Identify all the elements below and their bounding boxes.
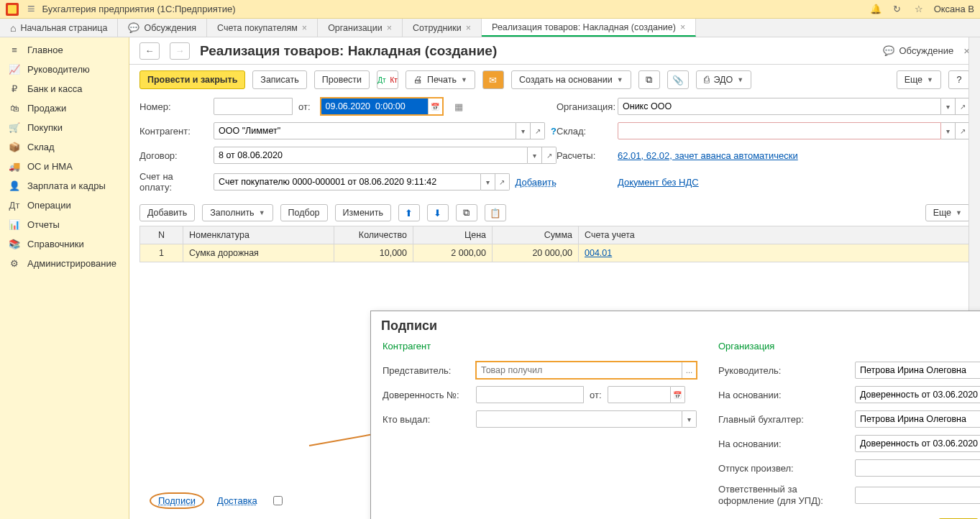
tab-invoices[interactable]: Счета покупателям× <box>207 19 318 37</box>
history-icon[interactable]: ↻ <box>891 4 904 14</box>
date-field[interactable]: 📅 <box>321 98 443 115</box>
edo-button[interactable]: ⎙ЭДО▼ <box>696 70 752 89</box>
print-button[interactable]: 🖨Печать▼ <box>406 70 475 89</box>
tab-discussions[interactable]: 💬Обсуждения <box>118 19 207 37</box>
no-vat-link[interactable]: Документ без НДС <box>618 177 699 188</box>
back-button[interactable]: ← <box>139 42 160 60</box>
tab-doc-active[interactable]: Реализация товаров: Накладная (создание)… <box>482 19 696 37</box>
save-button[interactable]: Записать <box>252 70 306 89</box>
select-button[interactable]: Подбор <box>280 204 328 221</box>
accountant-field[interactable]: ▾ ↗ <box>855 410 980 428</box>
barcode-icon[interactable]: ▦ <box>454 101 463 112</box>
sidebar-item-refs[interactable]: 📚Справочники <box>0 234 129 254</box>
tab-home[interactable]: ⌂Начальная страница <box>0 19 118 37</box>
col-accounts[interactable]: Счета учета <box>579 226 969 244</box>
invoice-field[interactable]: ▾ ↗ <box>214 173 510 190</box>
sidebar-item-manager[interactable]: 📈Руководителю <box>0 60 129 79</box>
chevron-down-icon[interactable]: ▾ <box>516 122 531 139</box>
ellipsis-icon[interactable]: … <box>682 362 697 379</box>
sidebar-item-purchases[interactable]: 🛒Покупки <box>0 118 129 137</box>
mail-button[interactable]: ✉ <box>482 70 504 89</box>
manager-field[interactable]: ▾ ↗ <box>855 362 980 379</box>
col-nomenclature[interactable]: Номенклатура <box>183 226 334 244</box>
post-close-button[interactable]: Провести и закрыть <box>139 70 245 89</box>
open-icon[interactable]: ↗ <box>531 122 545 139</box>
move-up-button[interactable]: ⬆ <box>398 204 420 221</box>
sidebar-item-reports[interactable]: 📊Отчеты <box>0 215 129 234</box>
contragent-field[interactable]: ▾ ↗ <box>214 122 545 139</box>
settlements-link[interactable]: 62.01, 62.02, зачет аванса автоматически <box>618 150 798 161</box>
close-icon[interactable]: × <box>302 23 307 33</box>
user-name[interactable]: Оксана В <box>934 4 974 14</box>
sidebar-item-payroll[interactable]: 👤Зарплата и кадры <box>0 176 129 196</box>
paste-button[interactable]: 📋 <box>485 204 506 221</box>
proxy-date-field[interactable]: 📅 <box>608 386 685 403</box>
delivery-link[interactable]: Доставка <box>217 495 257 506</box>
open-icon[interactable]: ↗ <box>542 147 557 164</box>
number-field[interactable] <box>214 98 293 115</box>
add-invoice-link[interactable]: Добавить <box>516 177 557 188</box>
dt-kt-button[interactable]: ДтКт <box>377 70 398 89</box>
responsible-field[interactable]: ▾ ↗ <box>855 487 980 504</box>
sidebar-item-sales[interactable]: 🛍Продажи <box>0 98 129 118</box>
issuedby-field[interactable]: ▾ <box>476 410 697 428</box>
col-price[interactable]: Цена <box>413 226 493 244</box>
sidebar-item-main[interactable]: ≡Главное <box>0 40 129 60</box>
proxy-number-field[interactable] <box>476 386 584 403</box>
help-button[interactable]: ? <box>948 70 970 89</box>
menu-icon[interactable]: ≡ <box>27 1 35 17</box>
close-icon[interactable]: × <box>387 23 392 33</box>
basis2-field[interactable]: ▾ ↗ <box>855 435 980 452</box>
col-sum[interactable]: Сумма <box>493 226 579 244</box>
contract-field[interactable]: ▾ ↗ <box>214 147 557 164</box>
account-link[interactable]: 004.01 <box>585 248 612 258</box>
more-button[interactable]: Еще▼ <box>897 70 941 89</box>
chevron-down-icon[interactable]: ▾ <box>941 122 956 139</box>
copy-button[interactable]: ⧉ <box>456 204 477 221</box>
sidebar-item-warehouse[interactable]: 📦Склад <box>0 137 129 157</box>
attach-button[interactable]: 📎 <box>667 70 689 89</box>
col-quantity[interactable]: Количество <box>334 226 413 244</box>
tab-employees[interactable]: Сотрудники× <box>403 19 482 37</box>
open-icon[interactable]: ↗ <box>956 98 970 115</box>
sidebar-item-assets[interactable]: 🚚ОС и НМА <box>0 157 129 176</box>
sidebar-item-admin[interactable]: ⚙Администрирование <box>0 254 129 273</box>
add-item-button[interactable]: Добавить <box>139 204 195 221</box>
chevron-down-icon[interactable]: ▾ <box>528 147 542 164</box>
representative-field[interactable]: … <box>476 362 697 379</box>
open-icon[interactable]: ↗ <box>495 173 510 190</box>
sidebar-item-bank[interactable]: ₽Банк и касса <box>0 79 129 98</box>
warehouse-field[interactable]: ▾ ↗ <box>618 122 970 139</box>
link-button[interactable]: ⧉ <box>638 70 660 89</box>
help-icon[interactable]: ? <box>551 126 557 137</box>
fill-button[interactable]: Заполнить▼ <box>202 204 273 221</box>
delivery-checkbox[interactable] <box>273 496 283 505</box>
proxy-from-label: от: <box>590 390 602 400</box>
col-n[interactable]: N <box>140 226 183 244</box>
table-row[interactable]: 1 Сумка дорожная 10,000 2 000,00 20 000,… <box>140 244 969 262</box>
basis1-field[interactable]: ▾ ↗ <box>855 386 980 403</box>
open-icon[interactable]: ↗ <box>956 122 970 139</box>
release-field[interactable]: ▾ ↗ <box>855 459 980 477</box>
chevron-down-icon[interactable]: ▾ <box>941 98 956 115</box>
chevron-down-icon[interactable]: ▾ <box>481 173 495 190</box>
basis1-label: На основании: <box>718 390 855 400</box>
close-icon[interactable]: × <box>466 23 471 33</box>
forward-button[interactable]: → <box>170 42 190 60</box>
calendar-icon[interactable]: 📅 <box>671 386 685 403</box>
star-icon[interactable]: ☆ <box>912 4 925 14</box>
items-more-button[interactable]: Еще▼ <box>925 204 970 221</box>
move-down-button[interactable]: ⬇ <box>427 204 449 221</box>
change-button[interactable]: Изменить <box>335 204 391 221</box>
tab-orgs[interactable]: Организации× <box>318 19 403 37</box>
bell-icon[interactable]: 🔔 <box>869 4 882 14</box>
org-field[interactable]: ▾ ↗ <box>618 98 970 115</box>
close-icon[interactable]: × <box>680 22 685 32</box>
chevron-down-icon[interactable]: ▾ <box>682 410 697 428</box>
discussion-button[interactable]: 💬Обсуждение <box>883 45 953 56</box>
calendar-icon[interactable]: 📅 <box>429 98 443 115</box>
create-on-basis-button[interactable]: Создать на основании▼ <box>511 70 631 89</box>
sidebar-item-operations[interactable]: ДтОперации <box>0 196 129 215</box>
signatures-link[interactable]: Подписи <box>158 495 196 506</box>
post-button[interactable]: Провести <box>314 70 370 89</box>
